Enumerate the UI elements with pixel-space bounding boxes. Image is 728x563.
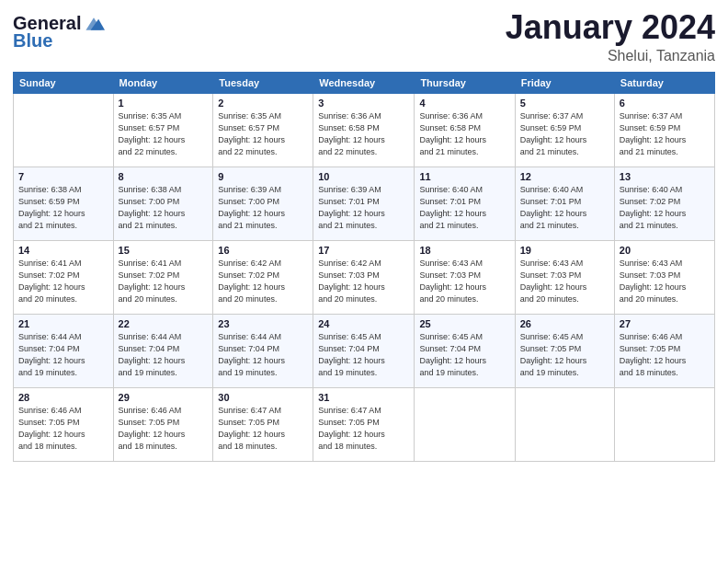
- table-row: 17Sunrise: 6:42 AM Sunset: 7:03 PM Dayli…: [313, 240, 415, 314]
- day-number: 5: [520, 98, 609, 109]
- table-row: 21Sunrise: 6:44 AM Sunset: 7:04 PM Dayli…: [14, 314, 114, 387]
- day-number: 7: [18, 171, 108, 182]
- table-row: 13Sunrise: 6:40 AM Sunset: 7:02 PM Dayli…: [614, 167, 714, 240]
- day-info: Sunrise: 6:40 AM Sunset: 7:01 PM Dayligh…: [520, 184, 609, 232]
- day-number: 3: [318, 98, 409, 109]
- table-row: 3Sunrise: 6:36 AM Sunset: 6:58 PM Daylig…: [313, 93, 415, 167]
- col-tuesday: Tuesday: [213, 72, 313, 93]
- day-info: Sunrise: 6:39 AM Sunset: 7:00 PM Dayligh…: [218, 184, 308, 232]
- col-sunday: Sunday: [14, 72, 114, 93]
- day-number: 11: [419, 171, 509, 182]
- day-info: Sunrise: 6:46 AM Sunset: 7:05 PM Dayligh…: [18, 405, 108, 453]
- day-number: 12: [520, 171, 609, 182]
- day-info: Sunrise: 6:43 AM Sunset: 7:03 PM Dayligh…: [620, 258, 710, 305]
- table-row: 29Sunrise: 6:46 AM Sunset: 7:05 PM Dayli…: [113, 387, 213, 461]
- day-number: 25: [419, 318, 509, 329]
- table-row: [614, 387, 714, 461]
- table-row: 5Sunrise: 6:37 AM Sunset: 6:59 PM Daylig…: [515, 93, 614, 167]
- day-number: 9: [218, 171, 308, 182]
- day-info: Sunrise: 6:35 AM Sunset: 6:57 PM Dayligh…: [218, 110, 308, 158]
- table-row: 20Sunrise: 6:43 AM Sunset: 7:03 PM Dayli…: [614, 240, 714, 314]
- table-row: [515, 387, 614, 461]
- day-number: 2: [218, 98, 308, 109]
- day-info: Sunrise: 6:37 AM Sunset: 6:59 PM Dayligh…: [520, 110, 609, 158]
- table-row: 1Sunrise: 6:35 AM Sunset: 6:57 PM Daylig…: [113, 93, 213, 167]
- day-info: Sunrise: 6:41 AM Sunset: 7:02 PM Dayligh…: [18, 258, 108, 305]
- day-number: 23: [218, 318, 308, 329]
- table-row: 7Sunrise: 6:38 AM Sunset: 6:59 PM Daylig…: [14, 167, 114, 240]
- day-number: 16: [218, 245, 308, 256]
- day-number: 19: [520, 245, 609, 256]
- logo: General Blue: [13, 13, 105, 52]
- day-info: Sunrise: 6:44 AM Sunset: 7:04 PM Dayligh…: [18, 331, 108, 379]
- table-row: 10Sunrise: 6:39 AM Sunset: 7:01 PM Dayli…: [313, 167, 415, 240]
- day-info: Sunrise: 6:36 AM Sunset: 6:58 PM Dayligh…: [419, 110, 509, 158]
- table-row: 2Sunrise: 6:35 AM Sunset: 6:57 PM Daylig…: [213, 93, 313, 167]
- day-info: Sunrise: 6:42 AM Sunset: 7:02 PM Dayligh…: [218, 258, 308, 305]
- day-info: Sunrise: 6:45 AM Sunset: 7:04 PM Dayligh…: [318, 331, 409, 379]
- day-number: 28: [18, 392, 108, 403]
- table-row: 6Sunrise: 6:37 AM Sunset: 6:59 PM Daylig…: [614, 93, 714, 167]
- day-number: 24: [318, 318, 409, 329]
- table-row: 9Sunrise: 6:39 AM Sunset: 7:00 PM Daylig…: [213, 167, 313, 240]
- week-row-3: 21Sunrise: 6:44 AM Sunset: 7:04 PM Dayli…: [14, 314, 715, 387]
- day-info: Sunrise: 6:46 AM Sunset: 7:05 PM Dayligh…: [620, 331, 710, 379]
- table-row: 4Sunrise: 6:36 AM Sunset: 6:58 PM Daylig…: [415, 93, 515, 167]
- table-row: 28Sunrise: 6:46 AM Sunset: 7:05 PM Dayli…: [14, 387, 114, 461]
- day-info: Sunrise: 6:43 AM Sunset: 7:03 PM Dayligh…: [520, 258, 609, 305]
- day-info: Sunrise: 6:37 AM Sunset: 6:59 PM Dayligh…: [620, 110, 710, 158]
- day-number: 17: [318, 245, 409, 256]
- logo-blue: Blue: [13, 30, 52, 52]
- day-number: 27: [620, 318, 710, 329]
- table-row: 15Sunrise: 6:41 AM Sunset: 7:02 PM Dayli…: [113, 240, 213, 314]
- day-info: Sunrise: 6:45 AM Sunset: 7:04 PM Dayligh…: [419, 331, 509, 379]
- day-info: Sunrise: 6:40 AM Sunset: 7:02 PM Dayligh…: [620, 184, 710, 232]
- day-number: 18: [419, 245, 509, 256]
- day-info: Sunrise: 6:46 AM Sunset: 7:05 PM Dayligh…: [119, 405, 209, 453]
- day-number: 8: [119, 171, 209, 182]
- month-title: January 2024: [506, 9, 715, 46]
- day-info: Sunrise: 6:41 AM Sunset: 7:02 PM Dayligh…: [119, 258, 209, 305]
- table-row: 14Sunrise: 6:41 AM Sunset: 7:02 PM Dayli…: [14, 240, 114, 314]
- table-row: 12Sunrise: 6:40 AM Sunset: 7:01 PM Dayli…: [515, 167, 614, 240]
- col-friday: Friday: [515, 72, 614, 93]
- table-row: 26Sunrise: 6:45 AM Sunset: 7:05 PM Dayli…: [515, 314, 614, 387]
- day-info: Sunrise: 6:43 AM Sunset: 7:03 PM Dayligh…: [419, 258, 509, 305]
- table-row: 19Sunrise: 6:43 AM Sunset: 7:03 PM Dayli…: [515, 240, 614, 314]
- week-row-0: 1Sunrise: 6:35 AM Sunset: 6:57 PM Daylig…: [14, 93, 715, 167]
- day-number: 20: [620, 245, 710, 256]
- day-info: Sunrise: 6:35 AM Sunset: 6:57 PM Dayligh…: [119, 110, 209, 158]
- day-number: 29: [119, 392, 209, 403]
- day-info: Sunrise: 6:38 AM Sunset: 7:00 PM Dayligh…: [119, 184, 209, 232]
- table-row: 11Sunrise: 6:40 AM Sunset: 7:01 PM Dayli…: [415, 167, 515, 240]
- day-number: 31: [318, 392, 409, 403]
- page: General Blue January 2024 Shelui, Tanzan…: [0, 0, 728, 563]
- day-number: 14: [18, 245, 108, 256]
- day-number: 4: [419, 98, 509, 109]
- day-number: 15: [119, 245, 209, 256]
- day-info: Sunrise: 6:36 AM Sunset: 6:58 PM Dayligh…: [318, 110, 409, 158]
- week-row-1: 7Sunrise: 6:38 AM Sunset: 6:59 PM Daylig…: [14, 167, 715, 240]
- table-row: 18Sunrise: 6:43 AM Sunset: 7:03 PM Dayli…: [415, 240, 515, 314]
- week-row-2: 14Sunrise: 6:41 AM Sunset: 7:02 PM Dayli…: [14, 240, 715, 314]
- table-row: [14, 93, 114, 167]
- table-row: 8Sunrise: 6:38 AM Sunset: 7:00 PM Daylig…: [113, 167, 213, 240]
- table-row: [415, 387, 515, 461]
- logo-icon: [83, 16, 105, 32]
- col-wednesday: Wednesday: [313, 72, 415, 93]
- col-monday: Monday: [113, 72, 213, 93]
- day-info: Sunrise: 6:40 AM Sunset: 7:01 PM Dayligh…: [419, 184, 509, 232]
- day-info: Sunrise: 6:44 AM Sunset: 7:04 PM Dayligh…: [218, 331, 308, 379]
- title-section: January 2024 Shelui, Tanzania: [506, 9, 715, 64]
- table-row: 25Sunrise: 6:45 AM Sunset: 7:04 PM Dayli…: [415, 314, 515, 387]
- header: General Blue January 2024 Shelui, Tanzan…: [13, 9, 715, 64]
- location-title: Shelui, Tanzania: [506, 48, 715, 64]
- day-info: Sunrise: 6:45 AM Sunset: 7:05 PM Dayligh…: [520, 331, 609, 379]
- day-number: 21: [18, 318, 108, 329]
- day-number: 6: [620, 98, 710, 109]
- day-number: 10: [318, 171, 409, 182]
- col-saturday: Saturday: [614, 72, 714, 93]
- table-row: 23Sunrise: 6:44 AM Sunset: 7:04 PM Dayli…: [213, 314, 313, 387]
- col-thursday: Thursday: [415, 72, 515, 93]
- day-number: 1: [119, 98, 209, 109]
